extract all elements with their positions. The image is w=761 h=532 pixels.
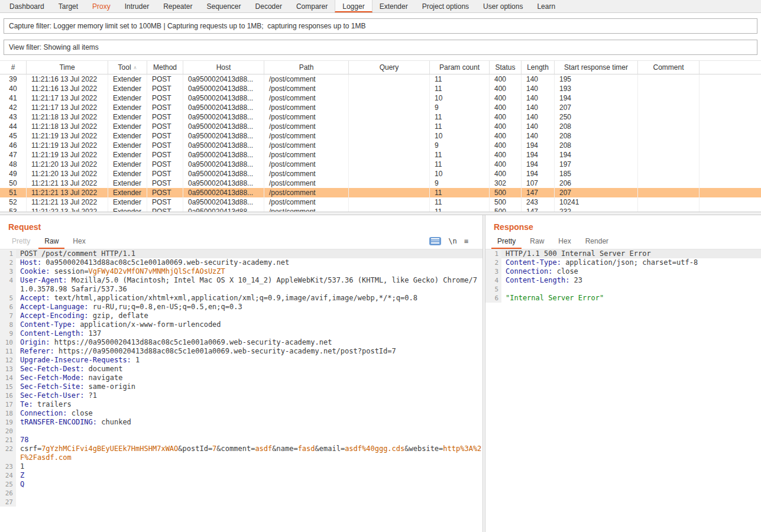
column-header-num[interactable]: # bbox=[0, 61, 27, 74]
column-header-tool[interactable]: Tool∧ bbox=[108, 61, 147, 74]
cell: 0a9500020413d88... bbox=[183, 160, 264, 169]
cell: Extender bbox=[108, 74, 147, 84]
column-header-status[interactable]: Status bbox=[490, 61, 522, 74]
editor-line: 7Accept-Encoding: gzip, deflate bbox=[0, 312, 482, 320]
cell: POST bbox=[147, 179, 183, 188]
line-number: 1 bbox=[485, 249, 501, 258]
cell: 44 bbox=[0, 122, 27, 131]
column-header-method[interactable]: Method bbox=[147, 61, 183, 74]
menu-tab-user-options[interactable]: User options bbox=[476, 0, 530, 12]
wrap-lines-icon[interactable] bbox=[429, 237, 441, 245]
code-text: Content-Type: application/json; charset=… bbox=[501, 258, 761, 267]
cell: 0a9500020413d88... bbox=[183, 197, 264, 207]
menu-tab-comparer[interactable]: Comparer bbox=[289, 0, 335, 12]
cell bbox=[349, 74, 430, 84]
line-number: 3 bbox=[0, 267, 16, 276]
code-text: Sec-Fetch-User: ?1 bbox=[16, 391, 482, 400]
line-number: 11 bbox=[0, 347, 16, 356]
editor-line: 1HTTP/1.1 500 Internal Server Error bbox=[485, 249, 761, 258]
cell: 39 bbox=[0, 74, 27, 84]
log-row-42[interactable]: 4211:21:17 13 Jul 2022ExtenderPOST0a9500… bbox=[0, 103, 761, 112]
cell: 50 bbox=[0, 179, 27, 188]
editor-menu-icon[interactable]: ≡ bbox=[464, 237, 468, 245]
menu-tab-intruder[interactable]: Intruder bbox=[118, 0, 156, 12]
menu-tab-learn[interactable]: Learn bbox=[530, 0, 562, 12]
line-number: 14 bbox=[0, 374, 16, 382]
menu-tab-logger[interactable]: Logger bbox=[335, 0, 372, 12]
cell bbox=[349, 150, 430, 160]
column-header-param-count[interactable]: Param count bbox=[430, 61, 490, 74]
log-row-51[interactable]: 5111:21:21 13 Jul 2022ExtenderPOST0a9500… bbox=[0, 188, 761, 197]
cell: 207 bbox=[555, 188, 638, 197]
log-row-44[interactable]: 4411:21:18 13 Jul 2022ExtenderPOST0a9500… bbox=[0, 122, 761, 131]
column-header-comment[interactable]: Comment bbox=[638, 61, 700, 74]
cell: 11:21:19 13 Jul 2022 bbox=[27, 141, 108, 150]
column-header-query[interactable]: Query bbox=[349, 61, 430, 74]
cell: 0a9500020413d88... bbox=[183, 84, 264, 93]
cell bbox=[638, 160, 700, 169]
code-text: Referer: https://0a9500020413d88ac08c5c1… bbox=[16, 347, 482, 356]
line-number: 1 bbox=[0, 249, 16, 258]
log-row-48[interactable]: 4811:21:20 13 Jul 2022ExtenderPOST0a9500… bbox=[0, 160, 761, 169]
log-row-39[interactable]: 3911:21:16 13 Jul 2022ExtenderPOST0a9500… bbox=[0, 74, 761, 84]
cell: POST bbox=[147, 150, 183, 160]
cell: 11:21:19 13 Jul 2022 bbox=[27, 131, 108, 141]
log-row-52[interactable]: 5211:21:21 13 Jul 2022ExtenderPOST0a9500… bbox=[0, 197, 761, 207]
menu-tab-target[interactable]: Target bbox=[51, 0, 85, 12]
code-text: Content-Length: 23 bbox=[501, 276, 761, 285]
log-row-43[interactable]: 4311:21:18 13 Jul 2022ExtenderPOST0a9500… bbox=[0, 112, 761, 122]
editor-line: 4User-Agent: Mozilla/5.0 (Macintosh; Int… bbox=[0, 276, 482, 294]
cell: 0a9500020413d88... bbox=[183, 112, 264, 122]
response-tab-hex[interactable]: Hex bbox=[552, 233, 577, 249]
cell: POST bbox=[147, 160, 183, 169]
request-tab-hex[interactable]: Hex bbox=[67, 233, 91, 249]
log-row-47[interactable]: 4711:21:19 13 Jul 2022ExtenderPOST0a9500… bbox=[0, 150, 761, 160]
cell bbox=[349, 93, 430, 103]
menu-tab-sequencer[interactable]: Sequencer bbox=[200, 0, 248, 12]
table-body[interactable]: 3911:21:16 13 Jul 2022ExtenderPOST0a9500… bbox=[0, 74, 761, 212]
cell: 140 bbox=[522, 112, 555, 122]
log-row-49[interactable]: 4911:21:20 13 Jul 2022ExtenderPOST0a9500… bbox=[0, 169, 761, 179]
cell bbox=[349, 112, 430, 122]
column-header-path[interactable]: Path bbox=[264, 61, 349, 74]
menu-tab-decoder[interactable]: Decoder bbox=[248, 0, 289, 12]
response-editor[interactable]: 1HTTP/1.1 500 Internal Server Error2Cont… bbox=[485, 249, 761, 532]
column-header-length[interactable]: Length bbox=[522, 61, 555, 74]
menu-tab-dashboard[interactable]: Dashboard bbox=[2, 0, 51, 12]
cell bbox=[349, 197, 430, 207]
menu-tab-extender[interactable]: Extender bbox=[373, 0, 415, 12]
newline-chars-icon[interactable]: \n bbox=[448, 237, 456, 245]
response-tab-render[interactable]: Render bbox=[579, 233, 614, 249]
request-tab-pretty[interactable]: Pretty bbox=[6, 233, 36, 249]
menu-tab-project-options[interactable]: Project options bbox=[415, 0, 476, 12]
view-filter-bar[interactable]: View filter: Showing all items bbox=[4, 40, 757, 55]
log-row-46[interactable]: 4611:21:19 13 Jul 2022ExtenderPOST0a9500… bbox=[0, 141, 761, 150]
log-row-41[interactable]: 4111:21:17 13 Jul 2022ExtenderPOST0a9500… bbox=[0, 93, 761, 103]
request-tab-raw[interactable]: Raw bbox=[38, 233, 64, 249]
column-header-host[interactable]: Host bbox=[183, 61, 264, 74]
cell: 194 bbox=[522, 150, 555, 160]
response-tab-pretty[interactable]: Pretty bbox=[491, 233, 522, 249]
cell: Extender bbox=[108, 93, 147, 103]
log-row-45[interactable]: 4511:21:19 13 Jul 2022ExtenderPOST0a9500… bbox=[0, 131, 761, 141]
line-number: 25 bbox=[0, 480, 16, 489]
line-number: 21 bbox=[0, 436, 16, 445]
menu-tab-proxy[interactable]: Proxy bbox=[85, 0, 118, 12]
cell: 40 bbox=[0, 84, 27, 93]
editor-line: 9Content-Length: 137 bbox=[0, 329, 482, 338]
column-header-time[interactable]: Time bbox=[27, 61, 108, 74]
response-tab-raw[interactable]: Raw bbox=[524, 233, 550, 249]
code-text: Cookie: session=VgFWy4D2vMfON7vMNMhjQlSc… bbox=[16, 267, 482, 276]
request-editor[interactable]: 1POST /post/comment HTTP/1.12Host: 0a950… bbox=[0, 249, 482, 532]
log-row-53[interactable]: 5311:21:22 13 Jul 2022ExtenderPOST0a9500… bbox=[0, 207, 761, 212]
cell bbox=[349, 122, 430, 131]
column-header-start-response-timer[interactable]: Start response timer bbox=[555, 61, 638, 74]
cell: 0a9500020413d88... bbox=[183, 150, 264, 160]
cell: 400 bbox=[490, 169, 522, 179]
cell bbox=[638, 84, 700, 93]
capture-filter-bar[interactable]: Capture filter: Logger memory limit set … bbox=[4, 18, 757, 34]
log-row-50[interactable]: 5011:21:21 13 Jul 2022ExtenderPOST0a9500… bbox=[0, 179, 761, 188]
menu-tab-repeater[interactable]: Repeater bbox=[156, 0, 199, 12]
log-row-40[interactable]: 4011:21:16 13 Jul 2022ExtenderPOST0a9500… bbox=[0, 84, 761, 93]
code-text: csrf=7gYzhMCiFvi4gBEyUEEk7HmHSHM7xWAO&po… bbox=[16, 445, 482, 462]
